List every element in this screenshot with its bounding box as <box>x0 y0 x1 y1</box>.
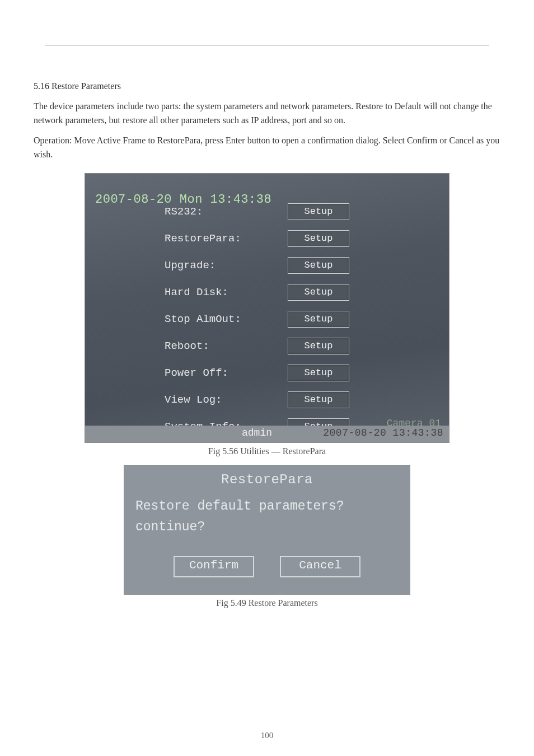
menu-row-label: RestorePara: <box>158 232 288 245</box>
dialog-title: RestorePara <box>124 465 410 487</box>
menu-row-label: Stop AlmOut: <box>158 313 288 325</box>
menu-row-label: RS232: <box>158 206 288 218</box>
status-bar: admin 2007-08-20 13:43:38 <box>85 426 449 442</box>
status-user: admin <box>242 427 272 438</box>
dialog-message: Restore default parameters? continue? <box>124 487 410 538</box>
dialog-line2: continue? <box>135 517 410 538</box>
cancel-button[interactable]: Cancel <box>280 556 360 577</box>
dialog-buttons: Confirm Cancel <box>124 556 410 577</box>
setup-button[interactable]: Setup <box>288 338 349 354</box>
setup-button[interactable]: Setup <box>288 391 349 408</box>
menu-row: View Log:Setup <box>158 386 349 413</box>
menu-row-label: Upgrade: <box>158 259 288 272</box>
para-description: The device parameters include two parts:… <box>34 99 500 128</box>
menu-row-label: Power Off: <box>158 367 288 379</box>
menu-row: Upgrade:Setup <box>158 252 349 279</box>
body-text: 5.16 Restore Parameters The device param… <box>34 79 500 162</box>
menu-row: Reboot:Setup <box>158 333 349 360</box>
menu-row: Stop AlmOut:Setup <box>158 306 349 333</box>
section-heading: 5.16 Restore Parameters <box>34 79 500 94</box>
menu-row-label: Hard Disk: <box>158 286 288 298</box>
dialog-line1: Restore default parameters? <box>135 496 410 517</box>
top-rule <box>45 45 489 45</box>
menu-row: Hard Disk:Setup <box>158 279 349 306</box>
setup-button[interactable]: Setup <box>288 365 349 381</box>
menu-rows: RS232:SetupRestorePara:SetupUpgrade:Setu… <box>158 198 349 440</box>
setup-button[interactable]: Setup <box>288 311 349 328</box>
setup-button[interactable]: Setup <box>288 203 349 220</box>
para-operation: Operation: Move Active Frame to RestoreP… <box>34 133 500 162</box>
page-number: 100 <box>0 731 534 740</box>
menu-row: RestorePara:Setup <box>158 225 349 252</box>
screenshot-utilities: 2007-08-20 Mon 13:43:38 RS232:SetupResto… <box>85 173 449 443</box>
screenshot-dialog: RestorePara Restore default parameters? … <box>124 465 410 595</box>
status-time: 2007-08-20 13:43:38 <box>323 427 443 438</box>
menu-row: RS232:Setup <box>158 198 349 225</box>
menu-row-label: View Log: <box>158 394 288 406</box>
setup-button[interactable]: Setup <box>288 284 349 301</box>
menu-row: Power Off:Setup <box>158 360 349 386</box>
setup-button[interactable]: Setup <box>288 257 349 274</box>
setup-button[interactable]: Setup <box>288 230 349 247</box>
confirm-button[interactable]: Confirm <box>174 556 254 577</box>
caption-2: Fig 5.49 Restore Parameters <box>34 598 500 608</box>
menu-row-label: Reboot: <box>158 340 288 352</box>
caption-1: Fig 5.56 Utilities — RestorePara <box>34 446 500 456</box>
